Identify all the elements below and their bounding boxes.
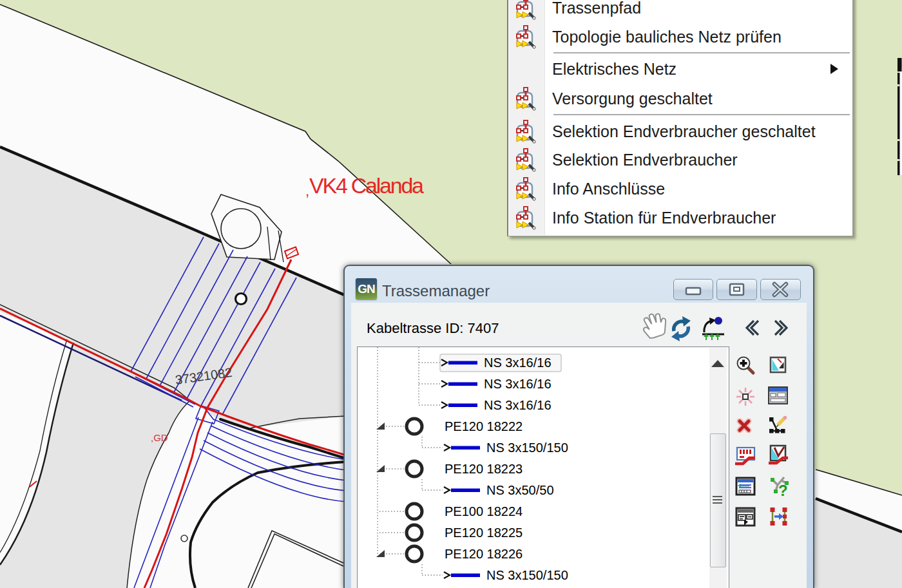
svg-text:PE120 18223: PE120 18223 <box>445 462 523 476</box>
svg-text:PE120 18226: PE120 18226 <box>445 547 523 561</box>
svg-text:PE100 18224: PE100 18224 <box>445 504 523 518</box>
svg-text:,GD: ,GD <box>151 432 168 443</box>
svg-text:NS 3x50/50: NS 3x50/50 <box>486 483 554 497</box>
svg-text:PE120 18225: PE120 18225 <box>445 526 523 540</box>
svg-text:NS 3x16/16: NS 3x16/16 <box>484 356 552 370</box>
svg-text:?: ? <box>778 482 788 499</box>
svg-text:NS 3x16/16: NS 3x16/16 <box>484 398 552 412</box>
svg-text:NS 3x16/16: NS 3x16/16 <box>484 377 552 391</box>
svg-text:PE120 18222: PE120 18222 <box>445 419 523 433</box>
svg-text:,: , <box>305 183 309 199</box>
svg-text:VK4 Calanda: VK4 Calanda <box>309 173 424 198</box>
svg-text:NS 3x150/150: NS 3x150/150 <box>486 568 568 582</box>
svg-text:NS 3x150/150: NS 3x150/150 <box>486 441 568 455</box>
